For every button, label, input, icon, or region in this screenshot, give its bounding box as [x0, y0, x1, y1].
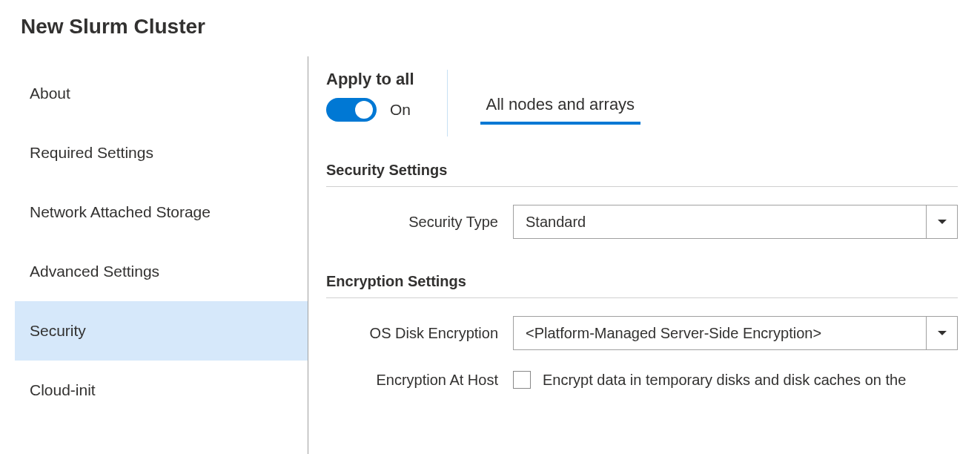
select-os-disk-encryption-value: <Platform-Managed Server-Side Encryption…	[526, 325, 821, 342]
section-heading-security: Security Settings	[326, 162, 958, 187]
main-panel: Apply to all On All nodes and arrays Sec…	[308, 56, 980, 454]
select-security-type-value: Standard	[526, 214, 586, 231]
chevron-down-icon	[926, 317, 957, 349]
layout: About Required Settings Network Attached…	[0, 56, 980, 454]
row-encryption-at-host: Encryption At Host Encrypt data in tempo…	[326, 371, 980, 389]
checkbox-encryption-at-host[interactable]	[513, 371, 531, 389]
top-row: Apply to all On All nodes and arrays	[326, 70, 980, 136]
sidebar-item-required-settings[interactable]: Required Settings	[15, 123, 308, 182]
sidebar-item-security[interactable]: Security	[15, 301, 308, 361]
chevron-down-icon	[926, 205, 957, 238]
checkbox-encryption-at-host-description: Encrypt data in temporary disks and disk…	[543, 372, 906, 389]
toggle-value-label: On	[390, 101, 411, 119]
row-os-disk-encryption: OS Disk Encryption <Platform-Managed Ser…	[326, 316, 980, 350]
apply-to-all-group: Apply to all On	[326, 70, 414, 122]
tab-all-nodes[interactable]: All nodes and arrays	[480, 88, 641, 125]
page-title: New Slurm Cluster	[0, 0, 980, 56]
select-os-disk-encryption[interactable]: <Platform-Managed Server-Side Encryption…	[513, 316, 958, 350]
label-security-type: Security Type	[326, 214, 513, 231]
tab-wrap: All nodes and arrays	[480, 70, 641, 125]
toggle-row: On	[326, 98, 411, 122]
toggle-knob	[355, 101, 373, 119]
sidebar-item-about[interactable]: About	[15, 64, 308, 123]
label-encryption-at-host: Encryption At Host	[326, 372, 513, 389]
apply-to-all-label: Apply to all	[326, 70, 414, 89]
sidebar-item-advanced-settings[interactable]: Advanced Settings	[15, 242, 308, 301]
sidebar-item-cloud-init[interactable]: Cloud-init	[15, 361, 308, 420]
vertical-divider	[447, 70, 448, 136]
section-heading-encryption: Encryption Settings	[326, 273, 958, 298]
sidebar-item-network-attached-storage[interactable]: Network Attached Storage	[15, 182, 308, 242]
apply-to-all-toggle[interactable]	[326, 98, 377, 122]
row-security-type: Security Type Standard	[326, 205, 980, 239]
select-security-type[interactable]: Standard	[513, 205, 958, 239]
sidebar: About Required Settings Network Attached…	[0, 56, 308, 454]
label-os-disk-encryption: OS Disk Encryption	[326, 325, 513, 342]
